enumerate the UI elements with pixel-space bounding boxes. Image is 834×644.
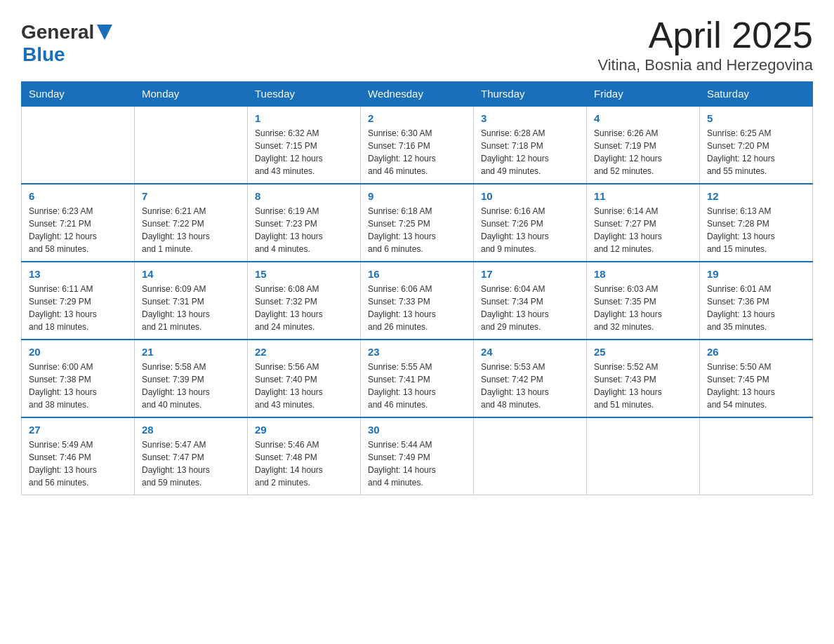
day-info: Sunrise: 5:58 AM Sunset: 7:39 PM Dayligh…	[142, 361, 240, 411]
day-header-wednesday: Wednesday	[361, 82, 474, 107]
calendar-body: 1Sunrise: 6:32 AM Sunset: 7:15 PM Daylig…	[22, 106, 813, 495]
calendar-cell: 28Sunrise: 5:47 AM Sunset: 7:47 PM Dayli…	[135, 417, 248, 495]
week-row-3: 20Sunrise: 6:00 AM Sunset: 7:38 PM Dayli…	[22, 340, 813, 417]
day-number: 12	[707, 190, 805, 202]
calendar-cell: 24Sunrise: 5:53 AM Sunset: 7:42 PM Dayli…	[474, 340, 587, 417]
page-header: General Blue April 2025 Vitina, Bosnia a…	[21, 14, 813, 74]
day-info: Sunrise: 6:28 AM Sunset: 7:18 PM Dayligh…	[481, 127, 579, 177]
week-row-2: 13Sunrise: 6:11 AM Sunset: 7:29 PM Dayli…	[22, 262, 813, 340]
calendar-cell: 1Sunrise: 6:32 AM Sunset: 7:15 PM Daylig…	[248, 106, 361, 184]
day-info: Sunrise: 6:06 AM Sunset: 7:33 PM Dayligh…	[368, 283, 466, 333]
logo-triangle-icon	[97, 25, 112, 40]
calendar-cell: 8Sunrise: 6:19 AM Sunset: 7:23 PM Daylig…	[248, 184, 361, 262]
calendar-cell: 17Sunrise: 6:04 AM Sunset: 7:34 PM Dayli…	[474, 262, 587, 340]
day-info: Sunrise: 6:09 AM Sunset: 7:31 PM Dayligh…	[142, 283, 240, 333]
day-info: Sunrise: 6:18 AM Sunset: 7:25 PM Dayligh…	[368, 205, 466, 255]
calendar-cell: 2Sunrise: 6:30 AM Sunset: 7:16 PM Daylig…	[361, 106, 474, 184]
calendar-cell: 18Sunrise: 6:03 AM Sunset: 7:35 PM Dayli…	[587, 262, 700, 340]
day-info: Sunrise: 6:32 AM Sunset: 7:15 PM Dayligh…	[255, 127, 353, 177]
day-number: 24	[481, 346, 579, 358]
day-info: Sunrise: 6:01 AM Sunset: 7:36 PM Dayligh…	[707, 283, 805, 333]
week-row-1: 6Sunrise: 6:23 AM Sunset: 7:21 PM Daylig…	[22, 184, 813, 262]
day-number: 9	[368, 190, 466, 202]
calendar-cell	[587, 417, 700, 495]
day-info: Sunrise: 5:50 AM Sunset: 7:45 PM Dayligh…	[707, 361, 805, 411]
day-number: 2	[368, 112, 466, 124]
day-number: 28	[142, 424, 240, 436]
day-header-friday: Friday	[587, 82, 700, 107]
day-header-saturday: Saturday	[700, 82, 813, 107]
day-info: Sunrise: 6:14 AM Sunset: 7:27 PM Dayligh…	[594, 205, 692, 255]
day-info: Sunrise: 5:44 AM Sunset: 7:49 PM Dayligh…	[368, 438, 466, 489]
calendar-cell: 23Sunrise: 5:55 AM Sunset: 7:41 PM Dayli…	[361, 340, 474, 417]
calendar-cell	[22, 106, 135, 184]
day-number: 30	[368, 424, 466, 436]
day-number: 5	[707, 112, 805, 124]
calendar-cell: 4Sunrise: 6:26 AM Sunset: 7:19 PM Daylig…	[587, 106, 700, 184]
calendar-cell: 12Sunrise: 6:13 AM Sunset: 7:28 PM Dayli…	[700, 184, 813, 262]
day-info: Sunrise: 6:00 AM Sunset: 7:38 PM Dayligh…	[29, 361, 127, 411]
day-info: Sunrise: 6:30 AM Sunset: 7:16 PM Dayligh…	[368, 127, 466, 177]
day-header-sunday: Sunday	[22, 82, 135, 107]
day-info: Sunrise: 6:26 AM Sunset: 7:19 PM Dayligh…	[594, 127, 692, 177]
logo-blue: Blue	[22, 43, 65, 66]
day-number: 27	[29, 424, 127, 436]
calendar-cell: 30Sunrise: 5:44 AM Sunset: 7:49 PM Dayli…	[361, 417, 474, 495]
day-number: 20	[29, 346, 127, 358]
day-number: 17	[481, 268, 579, 280]
page-subtitle: Vitina, Bosnia and Herzegovina	[597, 56, 813, 74]
day-number: 13	[29, 268, 127, 280]
week-row-0: 1Sunrise: 6:32 AM Sunset: 7:15 PM Daylig…	[22, 106, 813, 184]
calendar-cell: 9Sunrise: 6:18 AM Sunset: 7:25 PM Daylig…	[361, 184, 474, 262]
day-number: 14	[142, 268, 240, 280]
day-number: 8	[255, 190, 353, 202]
page-title: April 2025	[597, 14, 813, 56]
day-number: 4	[594, 112, 692, 124]
calendar-cell: 5Sunrise: 6:25 AM Sunset: 7:20 PM Daylig…	[700, 106, 813, 184]
day-number: 11	[594, 190, 692, 202]
day-number: 1	[255, 112, 353, 124]
calendar-cell: 26Sunrise: 5:50 AM Sunset: 7:45 PM Dayli…	[700, 340, 813, 417]
day-info: Sunrise: 6:11 AM Sunset: 7:29 PM Dayligh…	[29, 283, 127, 333]
logo: General Blue	[21, 21, 112, 66]
day-info: Sunrise: 6:08 AM Sunset: 7:32 PM Dayligh…	[255, 283, 353, 333]
day-info: Sunrise: 5:46 AM Sunset: 7:48 PM Dayligh…	[255, 438, 353, 489]
calendar-cell	[700, 417, 813, 495]
calendar-cell: 16Sunrise: 6:06 AM Sunset: 7:33 PM Dayli…	[361, 262, 474, 340]
day-info: Sunrise: 6:13 AM Sunset: 7:28 PM Dayligh…	[707, 205, 805, 255]
calendar-cell: 11Sunrise: 6:14 AM Sunset: 7:27 PM Dayli…	[587, 184, 700, 262]
day-info: Sunrise: 6:04 AM Sunset: 7:34 PM Dayligh…	[481, 283, 579, 333]
day-number: 6	[29, 190, 127, 202]
calendar-cell: 10Sunrise: 6:16 AM Sunset: 7:26 PM Dayli…	[474, 184, 587, 262]
calendar-cell: 14Sunrise: 6:09 AM Sunset: 7:31 PM Dayli…	[135, 262, 248, 340]
calendar-cell: 6Sunrise: 6:23 AM Sunset: 7:21 PM Daylig…	[22, 184, 135, 262]
day-info: Sunrise: 5:49 AM Sunset: 7:46 PM Dayligh…	[29, 438, 127, 489]
title-section: April 2025 Vitina, Bosnia and Herzegovin…	[597, 14, 813, 74]
day-number: 25	[594, 346, 692, 358]
header-row: SundayMondayTuesdayWednesdayThursdayFrid…	[22, 82, 813, 107]
calendar-cell: 21Sunrise: 5:58 AM Sunset: 7:39 PM Dayli…	[135, 340, 248, 417]
calendar-cell: 25Sunrise: 5:52 AM Sunset: 7:43 PM Dayli…	[587, 340, 700, 417]
calendar-cell: 3Sunrise: 6:28 AM Sunset: 7:18 PM Daylig…	[474, 106, 587, 184]
calendar-table: SundayMondayTuesdayWednesdayThursdayFrid…	[21, 81, 813, 495]
day-info: Sunrise: 6:23 AM Sunset: 7:21 PM Dayligh…	[29, 205, 127, 255]
day-info: Sunrise: 6:16 AM Sunset: 7:26 PM Dayligh…	[481, 205, 579, 255]
day-info: Sunrise: 6:21 AM Sunset: 7:22 PM Dayligh…	[142, 205, 240, 255]
calendar-cell: 19Sunrise: 6:01 AM Sunset: 7:36 PM Dayli…	[700, 262, 813, 340]
calendar-cell: 29Sunrise: 5:46 AM Sunset: 7:48 PM Dayli…	[248, 417, 361, 495]
calendar-cell: 7Sunrise: 6:21 AM Sunset: 7:22 PM Daylig…	[135, 184, 248, 262]
day-info: Sunrise: 6:19 AM Sunset: 7:23 PM Dayligh…	[255, 205, 353, 255]
day-info: Sunrise: 5:53 AM Sunset: 7:42 PM Dayligh…	[481, 361, 579, 411]
day-header-monday: Monday	[135, 82, 248, 107]
svg-marker-0	[97, 25, 112, 40]
day-number: 21	[142, 346, 240, 358]
day-number: 29	[255, 424, 353, 436]
calendar-cell: 22Sunrise: 5:56 AM Sunset: 7:40 PM Dayli…	[248, 340, 361, 417]
calendar-header: SundayMondayTuesdayWednesdayThursdayFrid…	[22, 82, 813, 107]
calendar-cell	[474, 417, 587, 495]
logo-general: General	[21, 21, 94, 43]
day-info: Sunrise: 5:55 AM Sunset: 7:41 PM Dayligh…	[368, 361, 466, 411]
day-number: 23	[368, 346, 466, 358]
day-number: 3	[481, 112, 579, 124]
day-info: Sunrise: 6:03 AM Sunset: 7:35 PM Dayligh…	[594, 283, 692, 333]
